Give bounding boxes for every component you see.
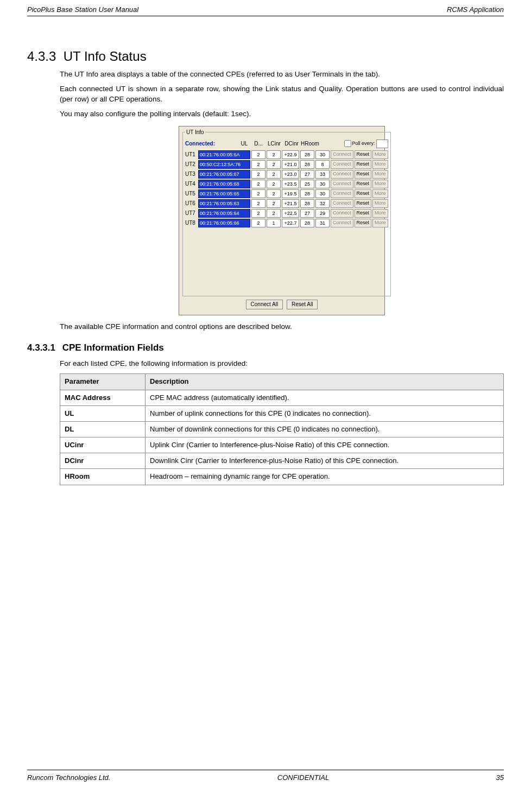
- paragraph-2: Each connected UT is shown in a separate…: [60, 84, 504, 105]
- ut-ucinr: +21.0: [282, 160, 299, 169]
- ut-dl: 2: [267, 170, 281, 179]
- param-name: DCinr: [60, 453, 146, 469]
- more-button[interactable]: More: [372, 189, 388, 198]
- more-button[interactable]: More: [372, 170, 388, 179]
- reset-button[interactable]: Reset: [355, 150, 372, 159]
- more-button[interactable]: More: [372, 150, 388, 159]
- connected-label: Connected:: [185, 140, 237, 148]
- ut-dcinr: 28: [300, 150, 314, 159]
- ut-id: UT1: [185, 151, 197, 158]
- col-ul: UL: [238, 140, 251, 148]
- ut-info-screenshot: UT Info Connected: UL D... LCinr DCinr H…: [179, 126, 385, 315]
- table-row: DCinrDownlink Cinr (Carrier to Interfere…: [60, 453, 504, 469]
- subsection-title: CPE Information Fields: [62, 342, 164, 353]
- more-button[interactable]: More: [372, 160, 388, 169]
- ut-ucinr: +21.5: [282, 199, 299, 208]
- connect-button[interactable]: Connect: [331, 209, 353, 218]
- section-number: 4.3.3: [27, 49, 60, 64]
- ut-ul: 2: [251, 170, 266, 179]
- more-button[interactable]: More: [372, 199, 388, 208]
- table-row: MAC AddressCPE MAC address (automaticall…: [60, 390, 504, 405]
- reset-button[interactable]: Reset: [355, 209, 372, 218]
- ut-row: UT300:21:76:00:05:6722+23.02733ConnectRe…: [185, 170, 388, 179]
- connect-button[interactable]: Connect: [331, 219, 353, 227]
- table-row: DLNumber of downlink connections for thi…: [60, 421, 504, 437]
- param-name: UL: [60, 405, 146, 421]
- th-description: Description: [146, 374, 504, 390]
- more-button[interactable]: More: [372, 209, 388, 218]
- ut-mac[interactable]: 00:21:76:00:05:63: [198, 199, 250, 208]
- ut-dl: 2: [267, 180, 281, 188]
- ut-ucinr: +23.5: [282, 180, 299, 188]
- section-title: UT Info Status: [64, 49, 147, 64]
- param-desc: Number of downlink connections for this …: [146, 421, 504, 437]
- th-parameter: Parameter: [60, 374, 146, 390]
- parameter-table: Parameter Description MAC AddressCPE MAC…: [60, 373, 504, 485]
- header-right: RCMS Application: [447, 5, 504, 14]
- ut-mac[interactable]: 00:50:C2:12:5A:76: [198, 160, 250, 169]
- section-heading: 4.3.3 UT Info Status: [27, 49, 504, 64]
- ut-dcinr: 27: [300, 170, 314, 179]
- paragraph-3: You may also configure the polling inter…: [60, 109, 504, 119]
- ut-dcinr: 28: [300, 189, 314, 198]
- connect-button[interactable]: Connect: [331, 160, 353, 169]
- ut-dl: 2: [267, 150, 281, 159]
- ut-hroom: 30: [315, 180, 330, 188]
- param-name: DL: [60, 421, 146, 437]
- connect-all-button[interactable]: Connect All: [246, 300, 283, 309]
- ut-mac[interactable]: 00:21:76:00:05:6A: [198, 150, 250, 159]
- connect-button[interactable]: Connect: [331, 150, 353, 159]
- ut-ul: 2: [251, 219, 266, 227]
- reset-button[interactable]: Reset: [355, 160, 372, 169]
- ut-row: UT800:21:76:00:05:6621+22.72831ConnectRe…: [185, 219, 388, 227]
- ut-mac[interactable]: 00:21:76:00:05:68: [198, 180, 250, 188]
- ut-info-legend: UT Info: [185, 129, 205, 136]
- col-dl: D...: [252, 140, 265, 148]
- connect-button[interactable]: Connect: [331, 189, 353, 198]
- reset-button[interactable]: Reset: [355, 180, 372, 188]
- ut-mac[interactable]: 00:21:76:00:05:66: [198, 219, 250, 227]
- ut-ucinr: +22.7: [282, 219, 299, 227]
- ut-hroom: 32: [315, 199, 330, 208]
- ut-dcinr: 25: [300, 180, 314, 188]
- more-button[interactable]: More: [372, 180, 388, 188]
- ut-mac[interactable]: 00:21:76:00:05:64: [198, 209, 250, 218]
- ut-dl: 2: [267, 160, 281, 169]
- ut-dcinr: 28: [300, 199, 314, 208]
- reset-button[interactable]: Reset: [355, 189, 372, 198]
- reset-all-button[interactable]: Reset All: [287, 300, 318, 309]
- reset-button[interactable]: Reset: [355, 170, 372, 179]
- ut-ul: 2: [251, 180, 266, 188]
- ut-row: UT600:21:76:00:05:6322+21.52832ConnectRe…: [185, 199, 388, 208]
- footer-center: CONFIDENTIAL: [277, 773, 329, 782]
- ut-ul: 2: [251, 160, 266, 169]
- ut-id: UT4: [185, 180, 197, 188]
- poll-checkbox[interactable]: [344, 140, 351, 147]
- ut-hroom: 8: [315, 160, 330, 169]
- ut-dl: 2: [267, 199, 281, 208]
- ut-dl: 1: [267, 219, 281, 227]
- param-desc: Uplink Cinr (Carrier to Interference-plu…: [146, 437, 504, 453]
- ut-row: UT500:21:76:00:05:6522+19.52830ConnectRe…: [185, 189, 388, 198]
- connect-button[interactable]: Connect: [331, 180, 353, 188]
- ut-hroom: 33: [315, 170, 330, 179]
- poll-interval-spinner[interactable]: [376, 139, 388, 148]
- connect-button[interactable]: Connect: [331, 170, 353, 179]
- param-desc: Headroom – remaining dynamic range for C…: [146, 469, 504, 485]
- ut-id: UT5: [185, 190, 197, 198]
- ut-ucinr: +19.5: [282, 189, 299, 198]
- ut-mac[interactable]: 00:21:76:00:05:67: [198, 170, 250, 179]
- ut-mac[interactable]: 00:21:76:00:05:65: [198, 189, 250, 198]
- ut-row: UT700:21:76:00:05:6422+22.52729ConnectRe…: [185, 209, 388, 218]
- reset-button[interactable]: Reset: [355, 219, 372, 227]
- col-hroom: HRoom: [301, 140, 319, 148]
- ut-ul: 2: [251, 150, 266, 159]
- table-row: ULNumber of uplink connections for this …: [60, 405, 504, 421]
- reset-button[interactable]: Reset: [355, 199, 372, 208]
- connect-button[interactable]: Connect: [331, 199, 353, 208]
- table-intro: For each listed CPE, the following infor…: [60, 359, 504, 369]
- ut-row: UT100:21:76:00:05:6A22+22.92830ConnectRe…: [185, 150, 388, 159]
- ut-id: UT6: [185, 200, 197, 207]
- subsection-heading: 4.3.3.1 CPE Information Fields: [27, 342, 504, 353]
- more-button[interactable]: More: [372, 219, 388, 227]
